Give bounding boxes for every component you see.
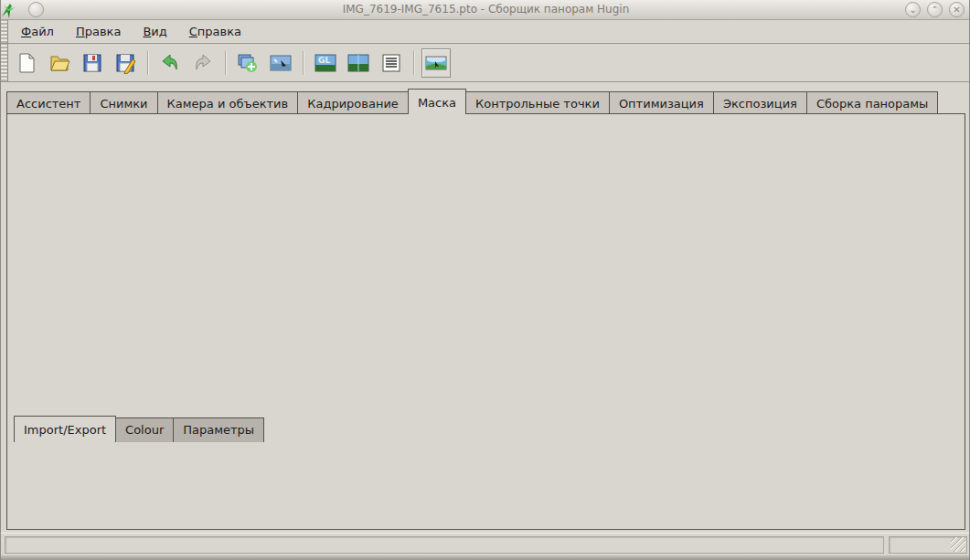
subtab-import-export[interactable]: Import/Export <box>14 416 116 442</box>
new-file-icon <box>16 52 37 74</box>
save-as-icon <box>114 52 136 74</box>
preview-window-icon <box>424 52 448 74</box>
close-button[interactable]: ✕ <box>949 2 965 17</box>
toolbar-grip-handle[interactable] <box>1 44 8 81</box>
window-title: IMG_7619-IMG_7615.pto - Сборщик панорам … <box>1 3 970 16</box>
toolbar: GL <box>1 44 970 82</box>
window-bottom-edge <box>1 555 970 560</box>
svg-text:GL: GL <box>318 56 330 65</box>
tab-mask[interactable]: Маска <box>408 89 466 114</box>
status-secondary-field <box>889 536 967 554</box>
maximize-button[interactable]: ⌃ <box>927 2 943 17</box>
status-message-field <box>5 536 884 554</box>
save-icon <box>81 52 103 74</box>
undo-button[interactable] <box>155 48 185 78</box>
gl-preview-icon: GL <box>314 52 337 74</box>
save-button[interactable] <box>78 48 107 78</box>
cp-table-button[interactable] <box>377 48 406 78</box>
gl-preview-button[interactable]: GL <box>311 48 340 78</box>
toolbar-separator <box>303 51 304 75</box>
open-project-button[interactable] <box>45 48 74 78</box>
subtab-parameters[interactable]: Параметры <box>173 417 264 442</box>
redo-button[interactable] <box>188 48 218 78</box>
subtab-colour[interactable]: Colour <box>115 417 174 442</box>
add-images-button[interactable] <box>233 48 262 78</box>
menubar-grip-handle[interactable] <box>1 20 8 43</box>
preview-button[interactable] <box>344 48 373 78</box>
tab-control-points[interactable]: Контрольные точки <box>465 91 610 114</box>
add-images-icon <box>236 52 260 74</box>
mask-tab-panel <box>6 113 965 530</box>
tab-exposure[interactable]: Экспозиция <box>713 91 807 114</box>
control-point-table-icon <box>380 52 402 74</box>
open-file-icon <box>48 52 70 74</box>
minimize-button[interactable]: ⌄ <box>905 2 921 17</box>
preview-window-button[interactable] <box>421 48 451 78</box>
tab-stitcher[interactable]: Сборка панорамы <box>806 91 938 114</box>
anchor-image-icon <box>269 52 293 74</box>
tab-assistant[interactable]: Ассистент <box>6 91 91 114</box>
toolbar-separator <box>413 51 414 75</box>
menu-file[interactable]: Файл <box>10 21 65 42</box>
mask-sub-tab-bar: Import/Export Colour Параметры <box>14 416 263 442</box>
preview-icon <box>346 52 370 74</box>
tab-images[interactable]: Снимки <box>90 91 157 114</box>
main-tab-bar: Ассистент Снимки Камера и объектив Кадри… <box>6 89 965 114</box>
toolbar-separator <box>147 51 148 75</box>
tab-camera-lens[interactable]: Камера и объектив <box>157 91 299 114</box>
redo-icon <box>192 52 214 74</box>
menubar: Файл Правка Вид Справка <box>1 20 970 44</box>
save-as-button[interactable] <box>111 48 140 78</box>
toolbar-separator <box>225 51 226 75</box>
new-project-button[interactable] <box>12 48 41 78</box>
statusbar <box>1 533 970 555</box>
anchor-image-button[interactable] <box>266 48 295 78</box>
tab-optimizer[interactable]: Оптимизация <box>609 91 714 114</box>
titlebar[interactable]: IMG_7619-IMG_7615.pto - Сборщик панорам … <box>1 0 970 20</box>
undo-icon <box>159 52 181 74</box>
menu-edit[interactable]: Правка <box>65 21 132 42</box>
resize-grip[interactable] <box>951 537 965 552</box>
tab-crop[interactable]: Кадрирование <box>297 91 409 114</box>
menu-help[interactable]: Справка <box>178 21 252 42</box>
menu-view[interactable]: Вид <box>132 21 177 42</box>
